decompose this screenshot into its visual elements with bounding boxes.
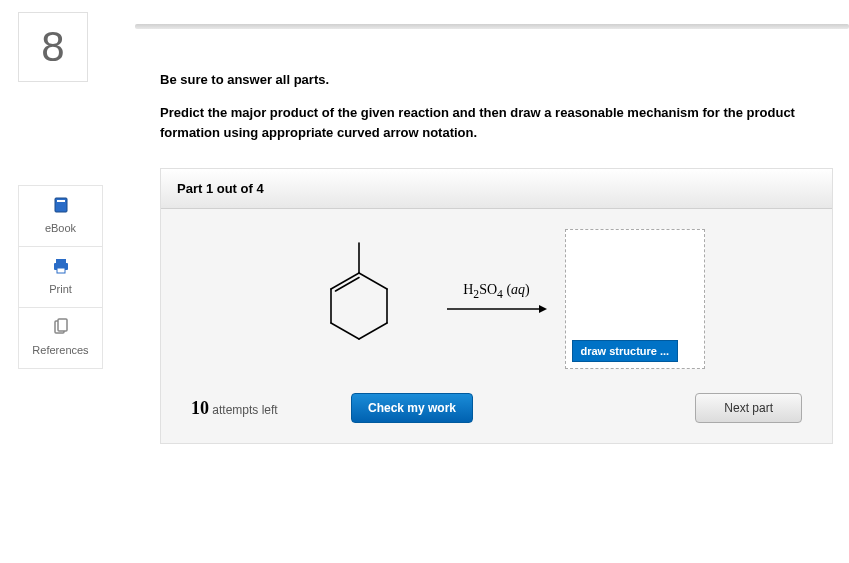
top-divider [135,24,849,29]
svg-rect-6 [58,319,67,331]
check-my-work-button[interactable]: Check my work [351,393,473,423]
svg-rect-2 [56,259,66,263]
instruction-line-2: Predict the major product of the given r… [160,103,833,142]
reaction-arrow-icon [447,302,547,316]
svg-line-9 [359,323,387,339]
next-part-button[interactable]: Next part [695,393,802,423]
svg-line-12 [331,273,359,289]
printer-icon [19,257,102,277]
reagent-text: H2SO4 (aq) [447,282,547,301]
sidebar-item-ebook[interactable]: eBook [18,185,103,247]
references-icon [19,318,102,338]
draw-structure-button[interactable]: draw structure ... [572,340,679,362]
sidebar-item-label: Print [49,283,72,295]
svg-line-10 [331,323,359,339]
svg-rect-4 [57,268,65,273]
sidebar-item-label: References [32,344,88,356]
attempts-text: attempts left [209,403,278,417]
sidebar-item-label: eBook [45,222,76,234]
footer-row: 10 attempts left Check my work Next part [161,393,832,423]
sidebar-item-references[interactable]: References [18,307,103,369]
reagent-block: H2SO4 (aq) [447,282,547,317]
answer-dropzone[interactable]: draw structure ... [565,229,705,369]
instruction-line-1: Be sure to answer all parts. [160,72,833,87]
sidebar-item-print[interactable]: Print [18,246,103,308]
question-number: 8 [18,12,88,82]
reaction-area: H2SO4 (aq) draw structure ... [161,209,832,393]
svg-rect-1 [57,200,65,202]
content-area: Be sure to answer all parts. Predict the… [160,72,833,444]
part-header: Part 1 out of 4 [161,169,832,209]
book-icon [19,196,102,216]
svg-line-7 [359,273,387,289]
attempts-number: 10 [191,398,209,418]
attempts-left: 10 attempts left [191,398,331,419]
sidebar: eBook Print References [18,185,103,368]
reactant-structure [289,229,429,369]
part-panel: Part 1 out of 4 H2SO4 (aq) [160,168,833,444]
svg-marker-16 [539,305,547,313]
